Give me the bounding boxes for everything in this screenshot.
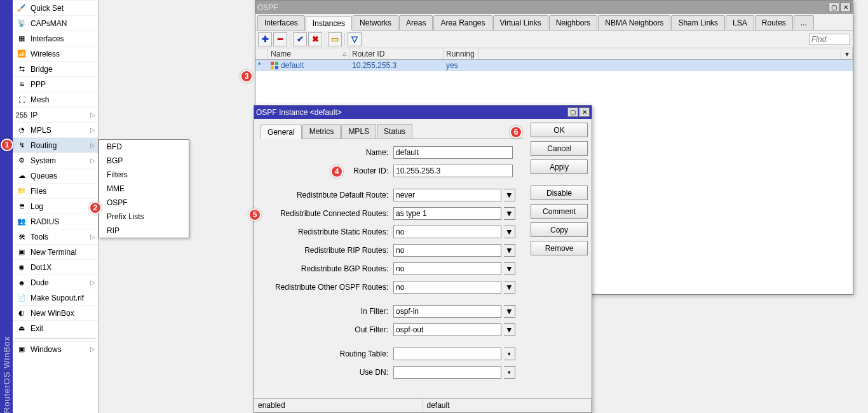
- copy-button[interactable]: Copy: [531, 222, 588, 237]
- disable-button[interactable]: Disable: [531, 186, 588, 200]
- dlg-tab-metrics[interactable]: Metrics: [302, 124, 341, 139]
- submenu-item-prefix-lists[interactable]: Prefix Lists: [99, 210, 189, 224]
- select-in-filter[interactable]: [393, 305, 501, 318]
- ospf-title: OSPF: [257, 3, 278, 12]
- menu-item-make-supout-rif[interactable]: 📄Make Supout.rif: [13, 290, 98, 305]
- status-scope: default: [423, 399, 592, 412]
- apply-button[interactable]: Apply: [531, 159, 588, 174]
- menu-item-radius[interactable]: 👥RADIUS: [13, 213, 98, 229]
- menu-item-dude[interactable]: ☻Dude▷: [13, 274, 98, 290]
- menu-item-mpls[interactable]: ◔MPLS▷: [13, 122, 98, 137]
- submenu-item-bgp[interactable]: BGP: [99, 154, 189, 168]
- add-button[interactable]: ✚: [258, 32, 272, 46]
- close-icon[interactable]: ✕: [579, 107, 590, 117]
- tab-instances[interactable]: Instances: [306, 16, 352, 30]
- tab-networks[interactable]: Networks: [353, 15, 398, 30]
- select-redist-bgp[interactable]: [393, 262, 501, 275]
- tab-nbma-neighbors[interactable]: NBMA Neighbors: [598, 15, 670, 30]
- menu-label: Mesh: [31, 95, 49, 104]
- menu-item-log[interactable]: ≣Log: [13, 198, 98, 213]
- menu-item-ppp[interactable]: ≋PPP: [13, 76, 98, 91]
- chevron-down-icon[interactable]: ▾: [504, 366, 515, 379]
- submenu-item-bfd[interactable]: BFD: [99, 140, 189, 154]
- tab-virtual-links[interactable]: Virtual Links: [493, 15, 548, 30]
- menu-icon: ☻: [17, 278, 27, 288]
- menu-item-bridge[interactable]: ⇆Bridge: [13, 61, 98, 76]
- enable-button[interactable]: ✔: [293, 32, 307, 46]
- menu-item-quick-set[interactable]: 🖌️Quick Set: [13, 0, 98, 15]
- select-out-filter[interactable]: [393, 323, 501, 336]
- menu-item-queues[interactable]: ☁Queues: [13, 168, 98, 183]
- disable-button[interactable]: ✖: [308, 32, 322, 46]
- select-use-dn[interactable]: [393, 366, 501, 379]
- select-redist-default[interactable]: [393, 189, 501, 201]
- menu-item-wireless[interactable]: 📶Wireless: [13, 46, 98, 61]
- menu-item-mesh[interactable]: ⛶Mesh: [13, 91, 98, 107]
- menu-item-new-winbox[interactable]: ◐New WinBox: [13, 305, 98, 320]
- col-router-id[interactable]: Router ID: [349, 48, 444, 59]
- menu-item-interfaces[interactable]: ▦Interfaces: [13, 30, 98, 46]
- submenu-item-filters[interactable]: Filters: [99, 168, 189, 182]
- menu-item-capsman[interactable]: 📡CAPsMAN: [13, 15, 98, 30]
- menu-item-new-terminal[interactable]: ▣New Terminal: [13, 244, 98, 259]
- submenu-item-rip[interactable]: RIP: [99, 224, 189, 238]
- close-icon[interactable]: ✕: [840, 3, 851, 12]
- select-redist-static[interactable]: [393, 226, 501, 238]
- submenu-item-ospf[interactable]: OSPF: [99, 196, 189, 210]
- chevron-down-icon[interactable]: ⯆: [504, 323, 515, 336]
- dlg-tab-mpls[interactable]: MPLS: [341, 124, 376, 139]
- ok-button[interactable]: OK: [531, 123, 588, 137]
- dlg-tab-status[interactable]: Status: [377, 124, 412, 139]
- columns-chooser-icon[interactable]: ▾: [841, 48, 853, 59]
- menu-item-exit[interactable]: ⏏Exit: [13, 320, 98, 335]
- chevron-down-icon[interactable]: ▾: [504, 348, 515, 360]
- chevron-down-icon[interactable]: ⯆: [504, 189, 515, 201]
- menu-item-routing[interactable]: ↯Routing▷: [13, 137, 98, 152]
- tab-lsa[interactable]: LSA: [726, 15, 754, 30]
- chevron-down-icon[interactable]: ⯆: [504, 305, 515, 318]
- tab-routes[interactable]: Routes: [755, 15, 793, 30]
- menu-item-dot1x[interactable]: ◉Dot1X: [13, 259, 98, 274]
- remove-button[interactable]: ━: [273, 32, 287, 46]
- chevron-down-icon[interactable]: ⯆: [504, 207, 515, 220]
- select-routing-table[interactable]: [393, 348, 501, 360]
- chevron-down-icon[interactable]: ⯆: [504, 226, 515, 238]
- menu-item-windows[interactable]: ▣Windows▷: [13, 341, 98, 356]
- comment-button[interactable]: ▭: [328, 32, 342, 46]
- chevron-down-icon[interactable]: ⯆: [504, 281, 515, 294]
- tab-sham-links[interactable]: Sham Links: [671, 15, 725, 30]
- select-redist-rip[interactable]: [393, 244, 501, 257]
- menu-icon: ≋: [17, 79, 27, 90]
- chevron-down-icon[interactable]: ⯆: [504, 262, 515, 275]
- menu-item-ip[interactable]: 255IP▷: [13, 107, 98, 122]
- chevron-right-icon: ▷: [90, 111, 95, 118]
- cancel-button[interactable]: Cancel: [531, 141, 588, 156]
- input-name[interactable]: [393, 146, 513, 159]
- find-input[interactable]: [809, 34, 850, 45]
- tab-areas[interactable]: Areas: [399, 15, 433, 30]
- menu-item-files[interactable]: 📁Files: [13, 183, 98, 198]
- tab-interfaces[interactable]: Interfaces: [257, 15, 305, 30]
- instance-row-default[interactable]: * default 10.255.255.3 yes: [255, 60, 853, 71]
- input-router-id[interactable]: [393, 165, 513, 177]
- menu-icon: 🛠: [17, 232, 27, 242]
- select-redist-ospf[interactable]: [393, 281, 501, 294]
- col-running[interactable]: Running: [444, 48, 478, 59]
- filter-button[interactable]: ▽: [348, 32, 362, 46]
- tab-area-ranges[interactable]: Area Ranges: [433, 15, 492, 30]
- remove-button[interactable]: Remove: [531, 241, 588, 255]
- tab-neighbors[interactable]: Neighbors: [549, 15, 598, 30]
- col-flag[interactable]: [255, 48, 268, 59]
- select-redist-connected[interactable]: [393, 207, 501, 220]
- tab--[interactable]: ...: [794, 15, 814, 30]
- menu-item-tools[interactable]: 🛠Tools▷: [13, 229, 98, 244]
- submenu-item-mme[interactable]: MME: [99, 182, 189, 196]
- col-name[interactable]: Name△: [268, 48, 349, 59]
- restore-icon[interactable]: ▢: [829, 3, 839, 12]
- menu-item-system[interactable]: ⚙System▷: [13, 152, 98, 168]
- comment-button[interactable]: Comment: [531, 204, 588, 219]
- chevron-down-icon[interactable]: ⯆: [504, 244, 515, 257]
- col-filler: [478, 48, 841, 59]
- restore-icon[interactable]: ▢: [567, 107, 578, 117]
- dlg-tab-general[interactable]: General: [261, 125, 302, 139]
